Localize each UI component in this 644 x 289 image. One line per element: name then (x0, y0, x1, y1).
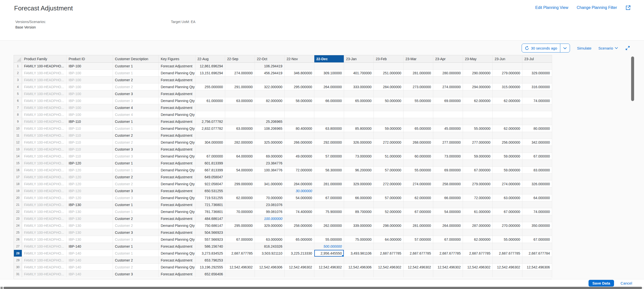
value-cell[interactable] (493, 90, 522, 97)
value-cell[interactable] (493, 76, 522, 84)
value-cell[interactable]: 13,151.696294 (196, 70, 225, 76)
customer-description-cell[interactable]: Customer 2 (113, 215, 159, 222)
product-family-cell[interactable]: FAMILY 100-HEADPHO... (22, 84, 67, 90)
value-cell[interactable] (433, 201, 463, 208)
value-cell[interactable]: 45.000000 (433, 125, 463, 132)
value-cell[interactable]: 66.000000 (433, 194, 463, 201)
value-cell[interactable] (404, 104, 433, 111)
row-number-cell[interactable]: 19 (14, 188, 22, 194)
value-cell[interactable] (463, 104, 493, 111)
value-cell[interactable]: 51.000000 (374, 153, 404, 160)
row-number-cell[interactable]: 4 (14, 84, 22, 90)
product-family-cell[interactable]: FAMILY 100-HEADPHO... (22, 111, 67, 118)
value-cell[interactable]: 652.656406 (196, 271, 225, 278)
value-cell[interactable] (225, 201, 255, 208)
value-cell[interactable]: 282.000000 (225, 139, 255, 146)
value-cell[interactable]: 329.000000 (344, 180, 374, 188)
value-cell[interactable]: 62.000000 (463, 236, 493, 243)
value-cell[interactable] (463, 63, 493, 70)
value-cell[interactable]: 63.000000 (493, 194, 522, 201)
value-cell[interactable] (284, 229, 314, 236)
value-cell[interactable] (433, 243, 463, 250)
value-cell[interactable]: 277.000000 (433, 139, 463, 146)
value-cell[interactable] (284, 257, 314, 264)
column-header-23-jun[interactable]: 23-Jun (493, 55, 522, 63)
column-header-22-oct[interactable]: 22-Oct (255, 55, 284, 63)
value-cell[interactable]: 255.000000 (196, 84, 225, 90)
value-cell[interactable]: 284.000000 (284, 180, 314, 188)
value-cell[interactable] (196, 111, 225, 118)
value-cell[interactable] (433, 76, 463, 84)
value-cell[interactable] (374, 111, 404, 118)
value-cell[interactable]: 83.000000 (522, 167, 552, 174)
product-family-cell[interactable]: FAMILY 100-HEADPHO... (22, 257, 67, 264)
value-cell[interactable]: 57.000000 (374, 194, 404, 201)
value-cell[interactable]: 96.200000 (344, 167, 374, 174)
product-id-cell[interactable]: IBP-130 (67, 236, 113, 243)
column-header-customer-description[interactable]: Customer Description (113, 55, 159, 63)
value-cell[interactable] (433, 271, 463, 278)
value-cell[interactable] (463, 111, 493, 118)
value-cell[interactable]: 108.206965 (255, 125, 284, 132)
customer-description-cell[interactable]: Customer 4 (113, 111, 159, 118)
value-cell[interactable] (433, 229, 463, 236)
value-cell[interactable] (314, 229, 344, 236)
value-cell[interactable]: 287.000000 (463, 222, 493, 229)
value-cell[interactable]: 326.000000 (344, 139, 374, 146)
value-cell[interactable]: 89.700000 (344, 208, 374, 215)
value-cell[interactable]: 80.000000 (522, 125, 552, 132)
value-cell[interactable] (374, 146, 404, 153)
product-family-cell[interactable]: FAMILY 100-HEADPHO... (22, 167, 67, 174)
value-cell[interactable] (225, 174, 255, 180)
value-cell[interactable]: 3,273.834525 (196, 250, 225, 257)
value-cell[interactable] (463, 76, 493, 84)
value-cell[interactable]: 298.000000 (374, 222, 404, 229)
value-cell[interactable] (225, 160, 255, 167)
value-cell[interactable] (433, 160, 463, 167)
product-family-cell[interactable]: FAMILY 100-HEADPHO... (22, 90, 67, 97)
value-cell[interactable] (284, 63, 314, 70)
value-cell[interactable]: 59.000000 (463, 153, 493, 160)
value-cell[interactable]: 100.000000 (255, 215, 284, 222)
value-cell[interactable] (522, 146, 552, 153)
column-header-product-id[interactable]: Product ID (67, 55, 113, 63)
value-cell[interactable] (463, 132, 493, 139)
value-cell[interactable]: 500.000000 (314, 243, 344, 250)
value-cell[interactable] (344, 271, 374, 278)
value-cell[interactable]: 67.000000 (433, 236, 463, 243)
value-cell[interactable]: 273.000000 (404, 84, 433, 90)
value-cell[interactable]: 258.000000 (433, 180, 463, 188)
product-id-cell[interactable]: IBP-100 (67, 84, 113, 90)
value-cell[interactable] (374, 174, 404, 180)
value-cell[interactable]: 62.000000 (225, 194, 255, 201)
value-cell[interactable] (493, 174, 522, 180)
value-cell[interactable] (522, 229, 552, 236)
column-header-23-jul[interactable]: 23-Jul (522, 55, 552, 63)
value-cell[interactable] (493, 104, 522, 111)
value-cell[interactable]: 401.700000 (344, 70, 374, 76)
value-cell[interactable] (225, 243, 255, 250)
value-cell[interactable]: 326.000000 (522, 180, 552, 188)
value-cell[interactable] (255, 111, 284, 118)
key-figure-cell[interactable]: Forecast Adjustment (159, 76, 196, 84)
value-cell[interactable]: 50.000000 (374, 97, 404, 104)
row-number-cell[interactable]: 30 (14, 264, 22, 271)
key-figure-cell[interactable]: Forecast Adjustment (159, 90, 196, 97)
value-cell[interactable] (196, 132, 225, 139)
value-cell[interactable]: 82.000000 (255, 97, 284, 104)
value-cell[interactable] (196, 104, 225, 111)
value-cell[interactable]: 290.000000 (463, 70, 493, 76)
value-cell[interactable] (522, 118, 552, 125)
product-id-cell[interactable]: IBP-110 (67, 139, 113, 146)
product-family-cell[interactable]: FAMILY 100-HEADPHO... (22, 208, 67, 215)
value-cell[interactable]: 12,542.496306 (522, 264, 552, 271)
value-cell[interactable]: 274.000000 (404, 180, 433, 188)
value-cell[interactable] (463, 229, 493, 236)
key-figure-cell[interactable]: Demand Planning Qty (159, 97, 196, 104)
value-cell[interactable] (196, 146, 225, 153)
value-cell[interactable]: 650.531255 (196, 188, 225, 194)
value-cell[interactable]: 64.000000 (522, 194, 552, 201)
value-cell[interactable]: 62.000000 (404, 194, 433, 201)
row-number-cell[interactable]: 5 (14, 90, 22, 97)
value-cell[interactable] (255, 271, 284, 278)
